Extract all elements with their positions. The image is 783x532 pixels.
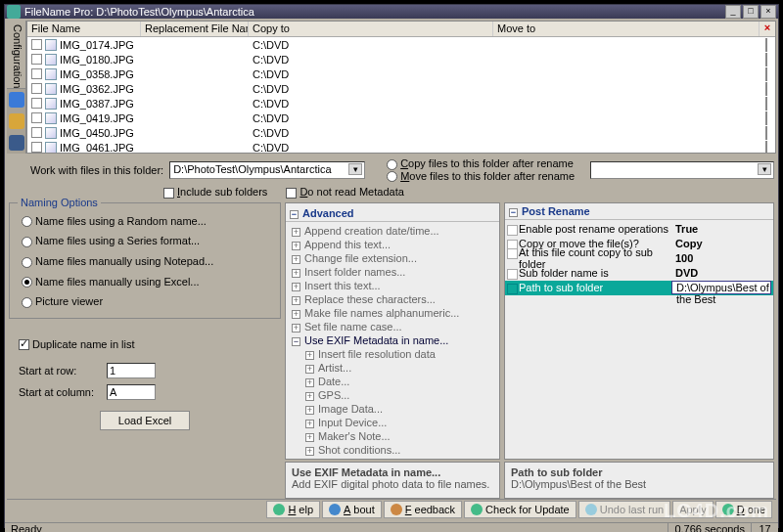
- naming-option[interactable]: Name files using a Series format...: [16, 231, 274, 251]
- expand-icon[interactable]: +: [305, 433, 314, 442]
- col-copyto[interactable]: Copy to: [249, 22, 493, 36]
- row-end-checkbox[interactable]: [765, 141, 767, 154]
- tree-node[interactable]: +Change file extension...: [286, 251, 499, 265]
- tree-node[interactable]: +Append this text...: [286, 238, 499, 251]
- close-button[interactable]: ×: [760, 5, 776, 19]
- post-rename-props[interactable]: −Post Rename Enable post rename operatio…: [504, 202, 774, 460]
- expand-icon[interactable]: +: [305, 447, 314, 456]
- row-checkbox[interactable]: [31, 83, 42, 94]
- row-end-checkbox[interactable]: [765, 67, 767, 81]
- radio-icon[interactable]: [22, 237, 32, 247]
- table-row[interactable]: IMG_0387.JPGC:\DVD: [27, 96, 775, 111]
- naming-option[interactable]: Name files using a Random name...: [16, 211, 274, 232]
- expand-icon[interactable]: +: [305, 378, 314, 387]
- row-checkbox[interactable]: [31, 127, 42, 138]
- maximize-button[interactable]: □: [743, 5, 759, 19]
- prop-value[interactable]: D:\Olympus\Best of the Best: [671, 281, 771, 294]
- col-filename[interactable]: File Name: [27, 22, 141, 36]
- expand-icon[interactable]: +: [292, 296, 300, 305]
- radio-icon[interactable]: [22, 297, 32, 308]
- col-moveto[interactable]: Move to: [493, 22, 760, 36]
- row-end-checkbox[interactable]: [765, 82, 767, 96]
- expand-icon[interactable]: +: [305, 351, 314, 360]
- naming-option[interactable]: Picture viewer: [16, 291, 274, 312]
- row-end-checkbox[interactable]: [765, 126, 767, 140]
- tree-node[interactable]: +Insert folder names...: [286, 265, 499, 279]
- radio-copy-after[interactable]: [387, 159, 397, 170]
- expand-icon[interactable]: +: [305, 392, 314, 401]
- tree-node[interactable]: +Date...: [286, 375, 499, 388]
- lock-icon[interactable]: [9, 135, 24, 151]
- tree-node[interactable]: +Input Device...: [286, 416, 499, 429]
- expand-icon[interactable]: +: [292, 242, 300, 250]
- globe-icon[interactable]: [9, 92, 24, 108]
- about-button[interactable]: About: [322, 501, 382, 518]
- expand-icon[interactable]: +: [292, 255, 300, 264]
- tree-node[interactable]: +Shot conditions...: [286, 443, 499, 457]
- tab-configuration[interactable]: Configuration: [7, 21, 25, 89]
- help-button[interactable]: Help: [266, 501, 320, 518]
- naming-option[interactable]: Name files manually using Excel...: [16, 272, 274, 292]
- grid-close-icon[interactable]: ×: [760, 22, 775, 36]
- expand-icon[interactable]: +: [305, 365, 314, 374]
- table-row[interactable]: IMG_0358.JPGC:\DVD: [27, 66, 775, 81]
- row-end-checkbox[interactable]: [765, 111, 767, 125]
- advanced-tree[interactable]: −Advanced +Append creation date/time...+…: [285, 202, 500, 460]
- expand-icon[interactable]: +: [305, 406, 314, 415]
- table-row[interactable]: IMG_0174.JPGC:\DVD: [27, 37, 775, 52]
- tree-node[interactable]: +Artist...: [286, 361, 499, 375]
- tree-node[interactable]: +Maker's Note...: [286, 429, 499, 443]
- feedback-button[interactable]: Feedback: [384, 501, 462, 518]
- tree-node[interactable]: +Replace these characters...: [286, 292, 499, 306]
- radio-icon[interactable]: [22, 277, 32, 288]
- tree-node[interactable]: +GPS...: [286, 388, 499, 402]
- tree-node[interactable]: +Image Data...: [286, 402, 499, 416]
- table-row[interactable]: IMG_0450.JPGC:\DVD: [27, 125, 775, 140]
- row-end-checkbox[interactable]: [765, 97, 767, 111]
- folder-combo[interactable]: D:\PhotoTest\Olympus\Antarctica: [169, 161, 365, 179]
- naming-option[interactable]: Name files manually using Notepad...: [16, 251, 274, 272]
- tree-node[interactable]: +Insert this text...: [286, 279, 499, 292]
- row-checkbox[interactable]: [31, 54, 42, 65]
- radio-move-after[interactable]: [387, 171, 397, 182]
- folder-icon[interactable]: [9, 113, 24, 129]
- row-checkbox[interactable]: [31, 68, 42, 79]
- load-excel-button[interactable]: Load Excel: [100, 411, 190, 430]
- radio-icon[interactable]: [22, 216, 32, 227]
- tree-node[interactable]: +Append creation date/time...: [286, 224, 499, 238]
- start-row-input[interactable]: [107, 363, 156, 378]
- expand-icon[interactable]: +: [292, 269, 300, 278]
- start-col-input[interactable]: [107, 384, 156, 400]
- row-checkbox[interactable]: [31, 112, 42, 123]
- table-row[interactable]: IMG_0362.JPGC:\DVD: [27, 81, 775, 96]
- include-sub-check[interactable]: Include sub folders: [163, 186, 267, 198]
- prop-row[interactable]: Sub folder name isDVD: [505, 266, 773, 281]
- col-replacement[interactable]: Replacement File Name: [141, 22, 249, 36]
- expand-icon[interactable]: +: [292, 283, 300, 291]
- tree-node[interactable]: +Set file name case...: [286, 320, 499, 333]
- expand-icon[interactable]: +: [292, 324, 300, 332]
- tree-node[interactable]: +Insert file resolution data: [286, 347, 499, 361]
- duplicate-check[interactable]: Duplicate name in list: [19, 338, 135, 350]
- table-row[interactable]: IMG_0419.JPGC:\DVD: [27, 111, 775, 125]
- dest-folder-combo[interactable]: [590, 161, 774, 179]
- expand-icon[interactable]: +: [305, 420, 314, 428]
- expand-icon[interactable]: +: [292, 310, 300, 319]
- row-end-checkbox[interactable]: [765, 53, 767, 66]
- check-update-button[interactable]: Check for Update: [464, 501, 576, 518]
- row-checkbox[interactable]: [31, 142, 42, 153]
- row-checkbox[interactable]: [31, 98, 42, 109]
- prop-row[interactable]: Path to sub folderD:\Olympus\Best of the…: [505, 281, 773, 295]
- tree-node[interactable]: −Use EXIF Metadata in name...: [286, 333, 499, 347]
- expand-icon[interactable]: +: [292, 228, 300, 237]
- prop-row[interactable]: Enable post rename operationsTrue: [505, 222, 773, 237]
- radio-icon[interactable]: [22, 257, 32, 268]
- prop-row[interactable]: At this file count copy to sub folder100: [505, 251, 773, 266]
- minimize-button[interactable]: _: [725, 5, 741, 19]
- expand-icon[interactable]: −: [292, 337, 300, 346]
- table-row[interactable]: IMG_0461.JPGC:\DVD: [27, 140, 775, 153]
- row-checkbox[interactable]: [31, 39, 42, 50]
- row-end-checkbox[interactable]: [765, 38, 767, 52]
- table-row[interactable]: IMG_0180.JPGC:\DVD: [27, 52, 775, 66]
- no-metadata-check[interactable]: Do not read Metadata: [286, 186, 403, 198]
